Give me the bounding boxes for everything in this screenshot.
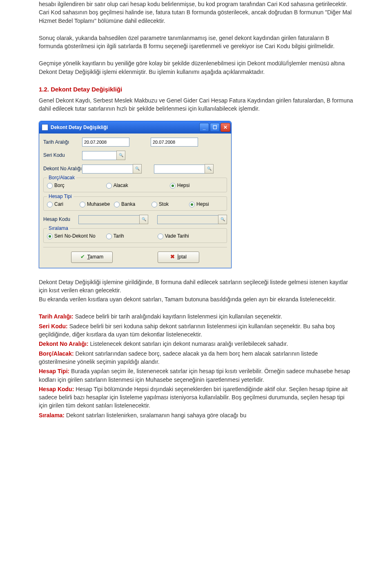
label-hesap-kodu: Hesap Kodu	[43, 216, 78, 223]
def-borc-text: Dekont satırlarından sadece borç, sadece…	[39, 350, 318, 365]
def-hesapkodu-label: Hesap Kodu:	[39, 386, 74, 392]
lookup-seri-button[interactable]: 🔍	[116, 151, 125, 160]
def-dekont-text: Listelenecek dekont satırları için dekon…	[89, 341, 288, 347]
check-icon: ✔	[80, 253, 85, 261]
def-hesaptipi-text: Burada yapılan seçim ile, listenenecek s…	[39, 368, 350, 383]
dialog-dekont-detay: Dekont Detay Değişikliği _ ☐ ✕ Tarih Ara…	[39, 121, 232, 268]
input-seri-kodu[interactable]	[82, 151, 117, 160]
def-hesapkodu-text: Hesap Tipi bölümünde Hepsi dışındaki seç…	[39, 386, 347, 409]
input-date-to[interactable]: 20.07.2008	[151, 138, 198, 147]
lookup-dekont-to-button[interactable]: 🔍	[205, 164, 214, 174]
radio-tarih[interactable]: Tarih	[106, 233, 124, 240]
radio-stok[interactable]: Stok	[151, 201, 169, 208]
def-borc-label: Borç/Alacak:	[39, 350, 74, 357]
after-dialog-1: Dekont Detay Değişikliği işlemine girild…	[39, 278, 353, 295]
radio-cari[interactable]: Cari	[47, 201, 63, 208]
app-icon	[42, 124, 48, 131]
input-dekont-from[interactable]	[82, 165, 133, 174]
legend-siralama: Sıralama	[47, 225, 70, 232]
definition-list: Tarih Aralığı: Sadece belirli bir tarih …	[39, 312, 353, 419]
ok-label: Tamam	[87, 254, 103, 260]
input-hesap-to[interactable]	[157, 215, 218, 224]
radio-borc[interactable]: Borç	[47, 182, 65, 189]
def-seri-text: Sadece belirli bir seri koduna sahip dek…	[39, 323, 335, 338]
def-tarih-text: Sadece belirli bir tarih aralığındaki ka…	[74, 313, 282, 320]
group-hesap-tipi: Hesap Tipi Cari Muhasebe Banka Stok Heps…	[43, 196, 227, 211]
radio-seri-dekont[interactable]: Seri No-Dekont No	[47, 233, 96, 240]
input-date-from[interactable]: 20.07.2008	[82, 138, 129, 147]
input-dekont-to[interactable]	[154, 165, 205, 174]
radio-hepsi-ba[interactable]: Hepsi	[170, 182, 190, 189]
group-borc-alacak: Borç/Alacak Borç Alacak Hepsi	[43, 178, 227, 192]
label-dekont-no: Dekont No Aralığı	[43, 165, 82, 172]
x-icon: ✖	[170, 253, 175, 261]
def-seri-label: Seri Kodu:	[39, 323, 68, 329]
section-heading: 1.2. Dekont Detay Değişikliği	[39, 85, 353, 94]
def-dekont-label: Dekont No Aralığı:	[39, 341, 89, 347]
def-tarih-label: Tarih Aralığı:	[39, 313, 74, 320]
after-dialog-2: Bu ekranda verilen kısıtlara uyan dekont…	[39, 295, 353, 303]
paragraph-3: Geçmişe yönelik kayıtların bu yeniliğe g…	[39, 59, 353, 76]
ok-button[interactable]: ✔ Tamam	[71, 252, 113, 263]
radio-vade-tarihi[interactable]: Vade Tarihi	[158, 233, 189, 240]
lookup-hesap-to-button[interactable]: 🔍	[218, 215, 227, 224]
paragraph-1: hesabı ilgilendiren bir satır olup cari …	[39, 0, 353, 25]
radio-muhasebe[interactable]: Muhasebe	[80, 201, 110, 208]
cancel-button[interactable]: ✖ İptal	[158, 252, 199, 263]
label-seri: Seri Kodu	[43, 152, 82, 159]
radio-hepsi-ht[interactable]: Hepsi	[189, 201, 209, 208]
group-siralama: Sıralama Seri No-Dekont No Tarih Vade Ta…	[43, 228, 227, 243]
radio-alacak[interactable]: Alacak	[106, 182, 128, 189]
def-siralama-text: Dekont satırları listelenirken, sıralama…	[65, 412, 246, 419]
paragraph-2: Sonuç olarak, yukarıda bahsedilen özel p…	[39, 34, 353, 51]
section-intro: Genel Dekont Kaydı, Serbest Meslek Makbu…	[39, 96, 353, 113]
input-hesap-from[interactable]	[78, 215, 140, 224]
close-button[interactable]: ✕	[220, 123, 230, 132]
minimize-button[interactable]: _	[199, 123, 209, 132]
label-tarih: Tarih Aralığı	[43, 139, 82, 146]
cancel-label: İptal	[177, 254, 187, 260]
separator	[43, 247, 227, 247]
dialog-titlebar[interactable]: Dekont Detay Değişikliği _ ☐ ✕	[39, 121, 231, 134]
legend-hesap-tipi: Hesap Tipi	[47, 193, 74, 200]
def-siralama-label: Sıralama:	[39, 412, 65, 419]
lookup-hesap-from-button[interactable]: 🔍	[139, 215, 148, 224]
lookup-dekont-from-button[interactable]: 🔍	[133, 164, 142, 174]
legend-borc-alacak: Borç/Alacak	[47, 174, 76, 181]
maximize-button[interactable]: ☐	[210, 123, 220, 132]
dialog-title: Dekont Detay Değişikliği	[51, 124, 198, 131]
def-hesaptipi-label: Hesap Tipi:	[39, 368, 69, 374]
radio-banka[interactable]: Banka	[114, 201, 135, 208]
